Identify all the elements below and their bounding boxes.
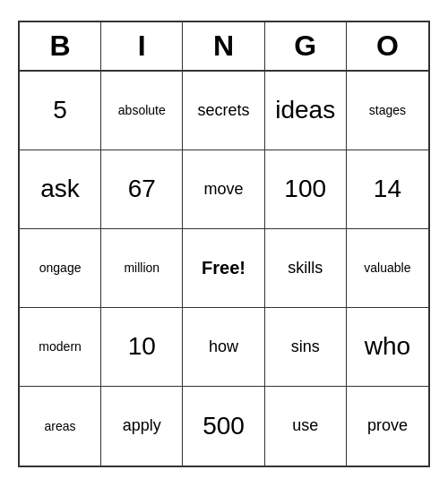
bingo-cell-1-1: 67: [101, 150, 183, 229]
bingo-cell-2-3: skills: [265, 229, 347, 308]
bingo-cell-2-2: Free!: [183, 229, 264, 308]
bingo-cell-1-2: move: [183, 150, 264, 229]
bingo-cell-3-3: sins: [265, 308, 347, 387]
bingo-cell-4-0: areas: [20, 387, 101, 466]
bingo-card: BINGO 5absolutesecretsideasstagesask67mo…: [18, 21, 430, 467]
bingo-grid: 5absolutesecretsideasstagesask67move1001…: [20, 72, 428, 466]
bingo-cell-2-4: valuable: [347, 229, 428, 308]
bingo-cell-4-3: use: [265, 387, 347, 466]
bingo-cell-1-4: 14: [347, 150, 428, 229]
bingo-cell-3-2: how: [183, 308, 264, 387]
header-letter: G: [265, 22, 347, 70]
bingo-cell-3-1: 10: [101, 308, 183, 387]
bingo-cell-4-1: apply: [101, 387, 183, 466]
bingo-cell-2-1: million: [101, 229, 183, 308]
bingo-cell-0-1: absolute: [101, 72, 183, 150]
bingo-cell-0-2: secrets: [183, 72, 264, 150]
bingo-cell-1-0: ask: [20, 150, 101, 229]
bingo-cell-2-0: ongage: [20, 229, 101, 308]
bingo-header: BINGO: [20, 22, 428, 72]
bingo-cell-0-4: stages: [347, 72, 428, 150]
bingo-cell-1-3: 100: [265, 150, 347, 229]
bingo-cell-0-3: ideas: [265, 72, 347, 150]
bingo-cell-4-4: prove: [347, 387, 428, 466]
bingo-cell-4-2: 500: [183, 387, 264, 466]
bingo-cell-0-0: 5: [20, 72, 101, 150]
header-letter: B: [20, 22, 101, 70]
header-letter: I: [101, 22, 183, 70]
bingo-cell-3-0: modern: [20, 308, 101, 387]
header-letter: O: [347, 22, 428, 70]
header-letter: N: [183, 22, 264, 70]
bingo-cell-3-4: who: [347, 308, 428, 387]
